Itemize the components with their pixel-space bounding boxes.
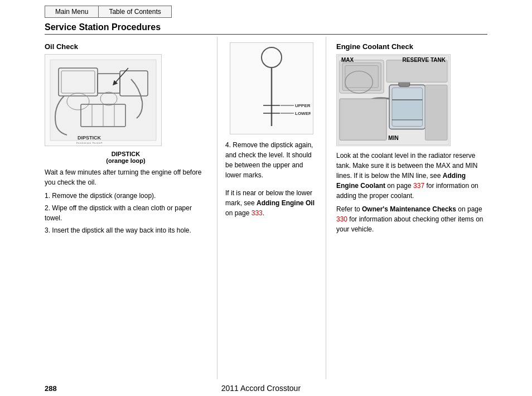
oil-check-heading: Oil Check [45,42,207,51]
svg-text:DIPSTICK: DIPSTICK [78,135,101,141]
svg-rect-40 [386,60,447,83]
coolant-check-column: Engine Coolant Check [326,37,487,379]
svg-text:LOWER MARK: LOWER MARK [295,111,311,116]
dipstick-label: DIPSTICK(orange loop) [45,151,207,164]
page-330-link[interactable]: 330 [336,215,347,223]
table-of-contents-button[interactable]: Table of Contents [98,6,171,18]
min-label: MIN [388,135,398,141]
section-title: Service Station Procedures [45,22,487,35]
footer: 288 2011 Accord Crosstour [0,379,532,396]
svg-rect-39 [340,99,386,140]
page-wrapper: Main Menu Table of Contents Service Stat… [0,0,532,396]
svg-text:UPPER MARK: UPPER MARK [295,103,311,108]
svg-rect-0 [50,60,156,141]
coolant-diagram-box: MAX RESERVE TANK MIN MAX RESERVE TANK MI… [336,54,451,146]
section-title-area: Service Station Procedures [0,21,532,37]
page-number: 288 [45,384,57,393]
main-menu-button[interactable]: Main Menu [45,6,98,18]
oil-body-text: Wait a few minutes after turning the eng… [45,167,207,187]
dipstick-diagram-box: UPPER MARK LOWER MARK [230,42,313,134]
coolant-body2: Refer to Owner's Maintenance Checks on p… [336,204,487,234]
coolant-body1: Look at the coolant level in the radiato… [336,151,487,201]
svg-rect-41 [425,85,447,140]
adding-engine-oil-bold: Adding Engine Oil [257,199,315,207]
svg-text:(orange loop): (orange loop) [76,141,103,143]
main-content: Oil Check [0,37,532,379]
coolant-diagram-svg: MAX RESERVE TANK MIN [337,54,450,146]
page-337a-link[interactable]: 337 [413,182,424,190]
oil-diagram-svg: DIPSTICK (orange loop) [47,57,159,143]
oil-step3: 3. Insert the dipstick all the way back … [45,225,207,235]
car-model: 2011 Accord Crosstour [57,384,465,393]
top-nav: Main Menu Table of Contents [0,0,532,21]
owners-maintenance-bold: Owner's Maintenance Checks [362,205,456,213]
svg-rect-34 [393,100,422,120]
oil-diagram-box: DIPSTICK (orange loop) [45,54,162,146]
dipstick-middle-column: UPPER MARK LOWER MARK 4. Remove the dips… [217,37,326,379]
reserve-tank-label: RESERVE TANK [403,57,446,63]
coolant-check-heading: Engine Coolant Check [336,42,487,51]
oil-step1: 1. Remove the dipstick (orange loop). [45,191,207,201]
middle-lower-mark-note: If it is near or below the lower mark, s… [225,188,318,218]
max-label: MAX [341,57,354,63]
page-333-link[interactable]: 333 [252,209,263,217]
svg-rect-27 [345,66,378,88]
oil-check-column: Oil Check [45,37,217,379]
dipstick-diagram-svg: UPPER MARK LOWER MARK [233,45,311,132]
oil-step2: 2. Wipe off the dipstick with a clean cl… [45,203,207,223]
middle-step4-text: 4. Remove the dipstick again, and check … [225,140,318,180]
